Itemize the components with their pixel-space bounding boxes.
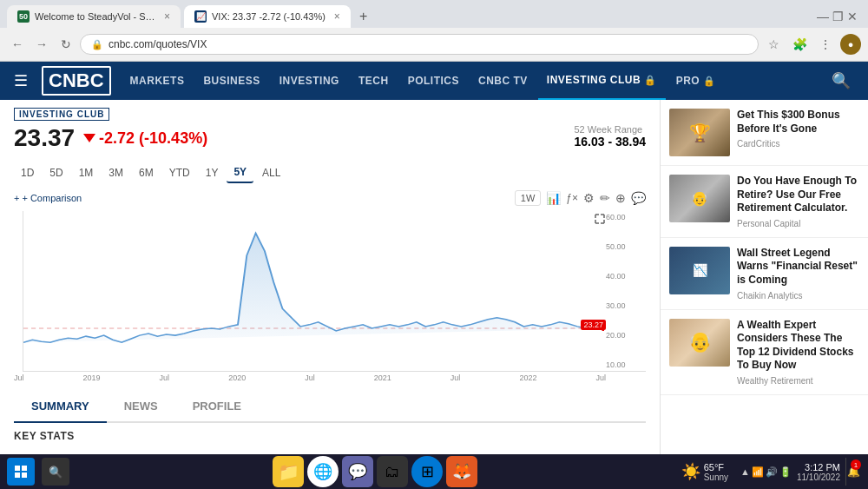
ad-card-4[interactable]: 👴 A Wealth Expert Considers These The To… <box>661 310 868 395</box>
ad-card-3[interactable]: 📉 Wall Street Legend Warns "Financial Re… <box>661 238 868 310</box>
taskbar-app-6[interactable]: 🦊 <box>446 456 477 487</box>
expand-icon[interactable] <box>594 213 606 228</box>
taskbar-search-icon[interactable]: 🔍 <box>42 458 69 486</box>
tab-news[interactable]: NEWS <box>107 391 175 423</box>
ad-card-2[interactable]: 👴 Do You Have Enough To Retire? Use Our … <box>661 166 868 238</box>
minimize-button[interactable]: — <box>817 10 829 23</box>
key-stats-label: KEY STATS <box>14 430 646 442</box>
pencil-icon[interactable]: ✏ <box>600 191 610 205</box>
bookmark-button[interactable]: ☆ <box>762 33 785 56</box>
down-arrow-icon <box>83 134 95 142</box>
nav-politics[interactable]: POLITICS <box>399 62 468 100</box>
ad-content-2: Do You Have Enough To Retire? Use Our Fr… <box>737 175 859 228</box>
tab-summary[interactable]: SUMMARY <box>14 391 107 423</box>
plus-icon: + <box>14 193 19 203</box>
cnbc-logo[interactable]: CNBC <box>42 66 111 96</box>
ad-title-1: Get This $300 Bonus Before It's Gone <box>737 109 859 135</box>
tab-steadyvol[interactable]: 50 Welcome to SteadyVol - Steady... × <box>7 5 181 28</box>
battery-icon[interactable]: 🔋 <box>779 466 792 478</box>
content-tabs: SUMMARY NEWS PROFILE <box>14 391 646 423</box>
restore-button[interactable]: ❐ <box>832 10 844 23</box>
y-label-20: 20.00 <box>606 331 646 340</box>
weather-info: 65°F Sunny <box>704 462 728 482</box>
period-5d[interactable]: 5D <box>43 162 69 183</box>
period-6m[interactable]: 6M <box>132 162 161 183</box>
nav-investing-club[interactable]: INVESTING CLUB 🔒 <box>538 62 666 100</box>
profile-avatar[interactable]: ● <box>840 34 861 55</box>
tab-vix[interactable]: 📈 VIX: 23.37 -2.72 (-10.43%) × <box>184 5 351 28</box>
taskbar-file-explorer[interactable]: 📁 <box>273 456 304 487</box>
forward-button[interactable]: → <box>31 34 52 55</box>
week-range-value: 16.03 - 38.94 <box>574 135 646 149</box>
x-label-2022: 2022 <box>519 373 536 382</box>
system-tray-icons: ▲ 📶 🔊 🔋 <box>740 466 792 478</box>
up-arrow-tray[interactable]: ▲ <box>740 466 750 478</box>
period-1y[interactable]: 1Y <box>199 162 226 183</box>
start-button[interactable] <box>7 458 35 486</box>
hamburger-menu[interactable]: ☰ <box>10 68 31 94</box>
taskbar-app-5[interactable]: ⊞ <box>411 456 443 487</box>
main-content: INVESTING CLUB 23.37 -2.72 (-10.43%) 52 … <box>0 100 868 488</box>
tab-profile[interactable]: PROFILE <box>175 391 259 423</box>
notification-button[interactable]: 🔔 1 <box>845 458 861 486</box>
ad-card-1[interactable]: 🏆 Get This $300 Bonus Before It's Gone C… <box>661 100 868 166</box>
date-display: 11/10/2022 <box>797 472 840 482</box>
condition-text: Sunny <box>704 472 728 482</box>
x-axis-labels: Jul 2019 Jul 2020 Jul 2021 Jul 2022 Jul <box>14 372 646 384</box>
settings-button[interactable]: ⋮ <box>814 33 837 56</box>
period-5y[interactable]: 5Y <box>227 162 253 183</box>
ad-title-2: Do You Have Enough To Retire? Use Our Fr… <box>737 175 859 215</box>
comparison-button[interactable]: + + Comparison <box>14 193 82 203</box>
week-range-label: 52 Week Range <box>574 124 646 135</box>
nav-tech[interactable]: TECH <box>350 62 398 100</box>
period-1m[interactable]: 1M <box>72 162 101 183</box>
period-all[interactable]: ALL <box>255 162 287 183</box>
notification-badge: 1 <box>851 459 861 470</box>
network-icon[interactable]: 📶 <box>752 466 764 478</box>
crosshair-icon[interactable]: ⊕ <box>615 191 626 205</box>
current-value-badge: 23.27 <box>581 320 606 330</box>
x-label-2021: 2021 <box>374 373 391 382</box>
nav-business[interactable]: BUSINESS <box>194 62 268 100</box>
svg-rect-5 <box>22 472 27 478</box>
svg-rect-3 <box>22 466 27 471</box>
settings-chart-icon[interactable]: ⚙ <box>583 191 595 205</box>
nav-investing[interactable]: INVESTING <box>271 62 348 100</box>
search-icon[interactable]: 🔍 <box>825 68 858 94</box>
formula-icon[interactable]: ƒ× <box>566 192 578 204</box>
address-bar[interactable]: 🔒 cnbc.com/quotes/VIX <box>80 34 759 55</box>
extensions-button[interactable]: 🧩 <box>788 33 811 56</box>
taskbar-chrome[interactable]: 🌐 <box>307 456 339 487</box>
period-ytd[interactable]: YTD <box>162 162 197 183</box>
taskbar-app-4[interactable]: 🗂 <box>377 456 408 487</box>
new-tab-button[interactable]: + <box>354 7 372 26</box>
tab-close-1[interactable]: × <box>164 10 170 23</box>
ad-content-1: Get This $300 Bonus Before It's Gone Car… <box>737 109 859 156</box>
right-panel: 🏆 Get This $300 Bonus Before It's Gone C… <box>660 100 868 488</box>
period-3m[interactable]: 3M <box>102 162 130 183</box>
investing-club-badge: INVESTING CLUB <box>14 107 646 121</box>
back-button[interactable]: ← <box>7 34 28 55</box>
clock[interactable]: 3:12 PM 11/10/2022 <box>797 462 840 482</box>
tab-close-2[interactable]: × <box>334 10 340 23</box>
refresh-button[interactable]: ↻ <box>56 34 76 55</box>
nav-markets[interactable]: MARKETS <box>122 62 194 100</box>
nav-pro[interactable]: PRO 🔒 <box>667 62 725 100</box>
investing-club-lock-icon: 🔒 <box>644 75 657 86</box>
y-label-30: 30.00 <box>606 301 646 310</box>
bar-chart-icon[interactable]: 📊 <box>546 191 561 205</box>
close-button[interactable]: ✕ <box>847 10 858 23</box>
comment-icon[interactable]: 💬 <box>631 191 646 205</box>
period-1d[interactable]: 1D <box>14 162 41 183</box>
tab-favicon-1: 50 <box>17 10 30 23</box>
nav-items: MARKETS BUSINESS INVESTING TECH POLITICS… <box>122 62 821 100</box>
y-label-60: 60.00 <box>606 213 646 221</box>
taskbar-app-3[interactable]: 💬 <box>342 456 373 487</box>
chart-container: 60.00 50.00 40.00 30.00 20.00 10.00 23.2… <box>23 211 646 372</box>
tab-title-1: Welcome to SteadyVol - Steady... <box>35 11 155 22</box>
ad-thumb-2: 👴 <box>669 175 730 222</box>
chart-interval[interactable]: 1W <box>515 190 542 206</box>
volume-icon[interactable]: 🔊 <box>766 466 778 478</box>
nav-cnbc-tv[interactable]: CNBC TV <box>470 62 536 100</box>
x-label-jul-2020: Jul <box>305 373 315 382</box>
